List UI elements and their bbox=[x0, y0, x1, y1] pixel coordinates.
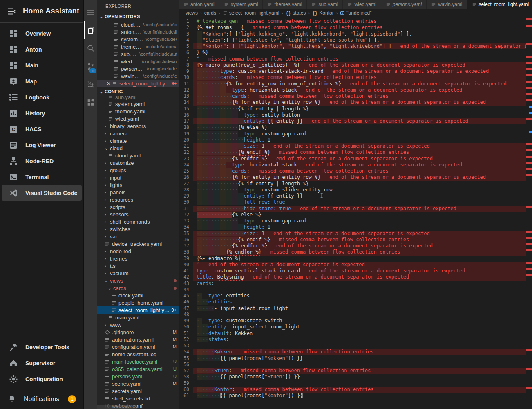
tree-item-input[interactable]: ›input bbox=[97, 174, 179, 181]
tree-item-themes-yaml[interactable]: themes.yaml bbox=[97, 108, 179, 115]
code-line-7[interactable]: 7^missed comma between flow collection e… bbox=[179, 56, 526, 62]
code-line-58[interactable]: 58········{{ panel(rooms["Stuen"]) }} bbox=[179, 374, 526, 380]
open-editor-wavin-yaml[interactable]: wavin.yaml\config\include\clim… bbox=[97, 72, 179, 80]
tree-item-shell-commands[interactable]: ›shell_commands bbox=[97, 218, 179, 225]
code-line-14[interactable]: 14············{% for entity in entity_ro… bbox=[179, 99, 526, 106]
code-line-54[interactable]: 54······Køkken:missed comma between flow… bbox=[179, 349, 526, 355]
tab-anton-yaml[interactable]: anton.yaml bbox=[179, 0, 219, 9]
tree-item-main-lovelace-yaml[interactable]: main-lovelace.yamlU bbox=[97, 358, 179, 365]
open-editor-sub-yaml[interactable]: sub.yaml\config\include\autom… bbox=[97, 50, 179, 58]
tree-item-o365-calendars-yaml[interactable]: o365_calendars.yamlU bbox=[97, 365, 179, 373]
sidebar-item-notifications[interactable]: Notifications 1 bbox=[0, 389, 83, 409]
tree-item-scenes-yaml[interactable]: scenes.yamlM bbox=[97, 380, 179, 387]
code-line-57[interactable]: 57······Stuen:missed comma between flow … bbox=[179, 368, 526, 374]
tab-sub-yaml[interactable]: sub.yaml bbox=[307, 0, 343, 9]
code-line-28[interactable]: 28··············- type: custom:slider-en… bbox=[179, 187, 526, 193]
code-line-45[interactable]: 45··- type: entities bbox=[179, 293, 526, 299]
code-line-4[interactable]: 4··"Stuen":[ ["light.stue_tv", "light.li… bbox=[179, 37, 526, 43]
sidebar-item-configuration[interactable]: Configuration bbox=[2, 371, 82, 387]
sidebar-item-anton[interactable]: Anton bbox=[2, 41, 82, 57]
code-line-53[interactable]: 53 bbox=[179, 343, 526, 349]
code-line-35[interactable]: 35················size: 1end of the stre… bbox=[179, 231, 526, 237]
sidebar-item-map[interactable]: Map bbox=[2, 73, 82, 89]
tree-item-binary-sensors[interactable]: ›binary_sensors bbox=[97, 122, 179, 130]
sidebar-toggle-icon[interactable] bbox=[7, 7, 16, 16]
code-line-10[interactable]: 10········cards:missed comma between flo… bbox=[179, 74, 526, 81]
breadcrumb--undefined-[interactable]: "undefined" bbox=[340, 10, 371, 16]
tree-item-wled-yaml[interactable]: wled.yaml bbox=[97, 115, 179, 122]
sidebar-item-terminal[interactable]: Terminal bbox=[2, 169, 82, 185]
explorer-hscrollbar[interactable] bbox=[97, 405, 137, 409]
tab-themes-yaml[interactable]: themes.yaml bbox=[263, 0, 307, 9]
code-line-39[interactable]: 39{%- endmacro %} bbox=[179, 256, 526, 262]
tab-select-room-light-yaml[interactable]: select_room_light.yaml✕ bbox=[467, 0, 532, 9]
code-line-17[interactable]: 17················entity: {{ entity }}en… bbox=[179, 118, 526, 124]
code-line-30[interactable]: 30················full_row: true bbox=[179, 199, 526, 205]
breadcrumb-cards[interactable]: cards bbox=[204, 10, 216, 16]
code-line-16[interactable]: 16··············- type: entity-button bbox=[179, 112, 526, 118]
open-editor-system-yaml[interactable]: system.yaml\config\include\au… bbox=[97, 36, 179, 43]
config-header[interactable]: ⌄ CONFIG bbox=[97, 87, 179, 96]
tree-item-clock-yaml[interactable]: clock.yaml bbox=[97, 292, 179, 299]
code-line-48[interactable]: 48 bbox=[179, 312, 526, 318]
code-line-21[interactable]: 21················size: 1end of the stre… bbox=[179, 143, 526, 149]
activitybar-files[interactable] bbox=[84, 21, 97, 39]
sidebar-item-node-red[interactable]: Node-RED bbox=[2, 153, 82, 169]
code-line-2[interactable]: 2{% set rooms = {missed comma between fl… bbox=[179, 25, 526, 31]
code-line-20[interactable]: 20················height: 1 bbox=[179, 137, 526, 143]
code-line-42[interactable]: 42title: Belysningend of the stream or a… bbox=[179, 274, 526, 280]
tab-persons-yaml[interactable]: persons.yaml bbox=[381, 0, 427, 9]
sidebar-item-visual-studio-code[interactable]: Visual Studio Code bbox=[2, 185, 82, 201]
code-line-59[interactable]: 59 bbox=[179, 380, 526, 387]
code-line-41[interactable]: 41type: custom:vertical-stack-in-cardend… bbox=[179, 268, 526, 274]
code-line-43[interactable]: 43cards: bbox=[179, 281, 526, 287]
breadcrumb-views[interactable]: views bbox=[186, 10, 198, 16]
tree-item-persons-yaml[interactable]: persons.yamlU bbox=[97, 373, 179, 380]
tab-system-yaml[interactable]: system.yaml bbox=[219, 0, 263, 9]
sidebar-item-log-viewer[interactable]: Log Viewer bbox=[2, 137, 82, 153]
tree-item-resources[interactable]: ›resources bbox=[97, 196, 179, 203]
code-line-36[interactable]: 36··············{% endif %}missed comma … bbox=[179, 237, 526, 243]
code-line-13[interactable]: 13············cards:missed comma between… bbox=[179, 93, 526, 99]
tree-item-panels[interactable]: ›panels bbox=[97, 189, 179, 196]
code-line-60[interactable]: 60······Kontor:missed comma between flow… bbox=[179, 387, 526, 393]
code-line-40[interactable]: 40^end of the stream or a document separ… bbox=[179, 262, 526, 268]
code-line-31[interactable]: 31················hide_state: trueend of… bbox=[179, 206, 526, 212]
sidebar-item-overview[interactable]: Overview bbox=[2, 25, 82, 41]
editor-scrollbar[interactable] bbox=[526, 17, 532, 409]
sidebar-item-hacs[interactable]: CHACS bbox=[2, 121, 82, 137]
sidebar-item-developer-tools[interactable]: Developer Tools bbox=[2, 339, 82, 355]
code-line-38[interactable]: 38··········{% endfor %}missed comma bet… bbox=[179, 249, 526, 255]
tree-item-sensors[interactable]: ›sensors bbox=[97, 211, 179, 218]
open-editor-cloud-yaml[interactable]: cloud.yaml\config\include\cloud bbox=[97, 21, 179, 28]
activitybar-extensions[interactable] bbox=[84, 93, 97, 111]
tree-item-people-home-yaml[interactable]: people_home.yaml bbox=[97, 299, 179, 306]
tree-item-home-assistant-log[interactable]: home-assistant.log bbox=[97, 351, 179, 358]
code-line-37[interactable]: 37············{% endfor %}end of the str… bbox=[179, 243, 526, 249]
tree-item-configuration-yaml[interactable]: configuration.yamlM bbox=[97, 343, 179, 351]
sidebar-item-main[interactable]: Main bbox=[2, 57, 82, 73]
code-line-32[interactable]: 32············{% else %} bbox=[179, 212, 526, 218]
code-line-50[interactable]: 50····entity: input_select.room_light bbox=[179, 324, 526, 330]
code-line-25[interactable]: 25············cards:missed comma between… bbox=[179, 168, 526, 174]
code-line-1[interactable]: 1# lovelace_genmissed comma between flow… bbox=[179, 18, 526, 25]
code-line-11[interactable]: 11··········{% for entity_row in row_of_… bbox=[179, 81, 526, 87]
tree-item-device-trackers-yaml[interactable]: device_trackers.yaml bbox=[97, 240, 179, 247]
code-line-55[interactable]: 55········{{ panel(rooms["Køkken"]) }} bbox=[179, 355, 526, 362]
code-line-46[interactable]: 46····entities: bbox=[179, 299, 526, 305]
tree-item-shell-secrets-txt[interactable]: shell_secrets.txt bbox=[97, 395, 179, 402]
code-editor[interactable]: 1# lovelace_genmissed comma between flow… bbox=[179, 17, 532, 409]
code-line-9[interactable]: 9········type: custom:vertical-stack-in-… bbox=[179, 68, 526, 74]
tree-item-camera[interactable]: ›camera bbox=[97, 130, 179, 137]
tree-item-select-room-light-yaml[interactable]: select_room_light.yaml9+ bbox=[97, 306, 179, 314]
tree-item-themes[interactable]: ›themes bbox=[97, 255, 179, 262]
tree-item-cloud[interactable]: ⌄cloud bbox=[97, 144, 179, 152]
tree-item-cloud-yaml[interactable]: cloud.yaml bbox=[97, 152, 179, 159]
code-line-44[interactable]: 44 bbox=[179, 287, 526, 293]
tree-item-www[interactable]: ›www bbox=[97, 321, 179, 328]
code-line-47[interactable]: 47······- input_select.room_light bbox=[179, 306, 526, 312]
code-line-15[interactable]: 15··············{% if entity | length %} bbox=[179, 106, 526, 112]
tree-item-lights[interactable]: ›lights bbox=[97, 181, 179, 189]
tree-item-sub-yaml[interactable]: sub.yaml bbox=[97, 96, 179, 100]
tree-item-climate[interactable]: ›climate bbox=[97, 137, 179, 144]
